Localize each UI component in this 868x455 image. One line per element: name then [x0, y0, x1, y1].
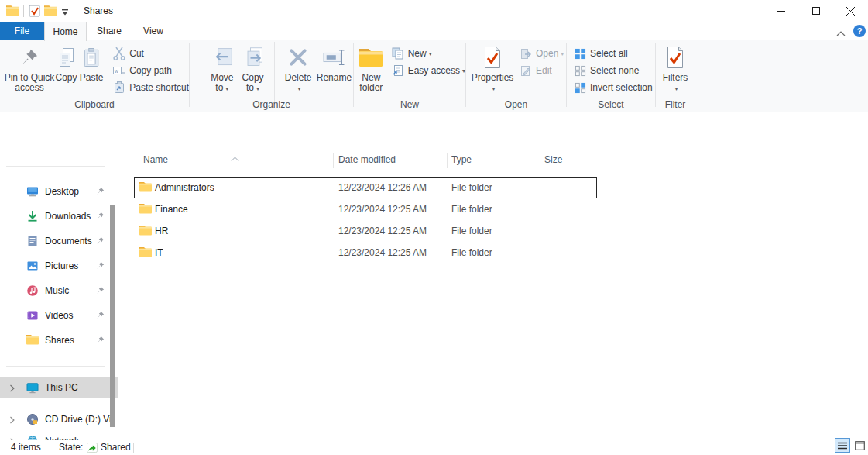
- sidebar-item-pictures[interactable]: Pictures: [0, 255, 116, 277]
- close-button[interactable]: [833, 0, 868, 22]
- ribbon-group-select: Select all Select none Invert selection …: [567, 40, 655, 112]
- details-view-icon: [838, 442, 847, 450]
- sidebar-item-music[interactable]: Music: [0, 280, 116, 302]
- pin-to-quick-access-button[interactable]: Pin to Quickaccess: [5, 40, 54, 96]
- divider: [6, 366, 105, 367]
- divider: [6, 166, 105, 167]
- sidebar-scrollbar[interactable]: [110, 205, 115, 427]
- new-folder-button[interactable]: Newfolder: [358, 40, 385, 93]
- maximize-icon: [812, 7, 820, 15]
- documents-icon: [26, 235, 39, 250]
- state-label: State:: [59, 440, 83, 455]
- select-none-button[interactable]: Select none: [573, 62, 655, 79]
- chevron-right-icon[interactable]: [9, 415, 15, 426]
- sidebar-item-documents[interactable]: Documents: [0, 230, 116, 252]
- folder-icon: [139, 181, 152, 195]
- close-icon: [846, 7, 855, 16]
- desktop-icon: [26, 185, 39, 200]
- file-row-hr[interactable]: HR 12/23/2024 12:25 AM File folder: [134, 220, 597, 242]
- minimize-icon: [777, 7, 785, 16]
- invert-selection-button[interactable]: Invert selection: [573, 79, 655, 96]
- file-row-finance[interactable]: Finance 12/23/2024 12:25 AM File folder: [134, 198, 597, 220]
- sidebar-item-cd-drive[interactable]: CD Drive (D:) Vir: [0, 408, 118, 430]
- cut-button[interactable]: Cut: [112, 45, 189, 62]
- chevron-right-icon[interactable]: [9, 384, 15, 395]
- copy-button[interactable]: Copy: [54, 40, 78, 96]
- pictures-icon: [26, 260, 39, 274]
- delete-icon: [288, 43, 308, 71]
- paste-shortcut-icon: [112, 81, 126, 94]
- help-button[interactable]: ?: [853, 25, 866, 37]
- sidebar-item-downloads[interactable]: Downloads: [0, 205, 116, 227]
- tab-file[interactable]: File: [0, 22, 44, 40]
- qat-new-folder-icon[interactable]: [44, 5, 57, 19]
- copy-to-button[interactable]: Copyto▾: [238, 40, 269, 102]
- delete-button[interactable]: Delete▾: [281, 40, 314, 102]
- navigation-bar: This PC Local Disk (C:) Shares: [0, 112, 868, 150]
- sidebar-item-this-pc[interactable]: This PC: [0, 377, 118, 398]
- easy-access-button[interactable]: Easy access▾: [391, 62, 465, 79]
- qat-customize-icon[interactable]: [61, 7, 69, 18]
- ribbon-tab-bar: File Home Share View ?: [0, 22, 868, 40]
- properties-icon: [482, 43, 503, 71]
- invert-selection-icon: [573, 82, 587, 94]
- select-none-icon: [573, 65, 587, 77]
- select-all-button[interactable]: Select all: [573, 45, 655, 62]
- rename-button[interactable]: Rename: [315, 40, 353, 102]
- column-header-name[interactable]: Name: [143, 150, 168, 170]
- divider: [274, 42, 275, 102]
- ribbon-group-clipboard: Pin to Quickaccess Copy Paste Cut: [0, 40, 189, 112]
- edit-icon: [519, 65, 533, 77]
- move-to-button[interactable]: Moveto▾: [207, 40, 238, 102]
- group-label-open: Open: [466, 99, 566, 110]
- file-row-it[interactable]: IT 12/23/2024 12:25 AM File folder: [134, 242, 597, 264]
- state-value: Shared: [101, 440, 131, 455]
- chevron-down-icon: ▾: [674, 85, 678, 92]
- tab-share[interactable]: Share: [87, 22, 132, 40]
- copy-to-icon: [242, 43, 264, 71]
- new-item-button[interactable]: New▾: [391, 45, 465, 62]
- minimize-button[interactable]: [763, 0, 798, 22]
- edit-button: Edit: [519, 62, 564, 79]
- copy-path-icon: w: [112, 66, 126, 75]
- divider[interactable]: [447, 153, 448, 168]
- chevron-down-icon: ▾: [429, 50, 432, 57]
- divider: [133, 443, 134, 453]
- sidebar-item-desktop[interactable]: Desktop: [0, 181, 116, 202]
- tab-view[interactable]: View: [132, 22, 175, 40]
- column-header-type[interactable]: Type: [451, 150, 472, 170]
- qat-properties-icon[interactable]: [29, 5, 40, 19]
- divider[interactable]: [602, 153, 602, 168]
- paste-icon: [82, 43, 101, 71]
- file-row-administrators[interactable]: Administrators 12/23/2024 12:26 AM File …: [134, 177, 597, 198]
- properties-button[interactable]: Properties▾: [471, 40, 514, 94]
- chevron-down-icon: ▾: [225, 85, 228, 92]
- paste-button[interactable]: Paste: [78, 40, 105, 96]
- divider[interactable]: [333, 153, 334, 168]
- large-icons-view-button[interactable]: [852, 438, 867, 453]
- divider[interactable]: [540, 153, 540, 168]
- filters-button[interactable]: Filters▾: [657, 40, 693, 94]
- divider: [23, 5, 24, 17]
- chevron-up-icon: [836, 31, 846, 36]
- large-icons-view-icon: [855, 441, 865, 450]
- group-label-clipboard: Clipboard: [0, 99, 189, 110]
- computer-icon: [26, 381, 39, 396]
- tab-home[interactable]: Home: [44, 22, 87, 41]
- videos-icon: [26, 309, 39, 324]
- paste-shortcut-button[interactable]: Paste shortcut: [112, 79, 189, 96]
- maximize-button[interactable]: [798, 0, 833, 22]
- window-title: Shares: [84, 5, 113, 16]
- details-view-button[interactable]: [835, 438, 850, 453]
- sidebar-item-shares[interactable]: Shares: [0, 329, 116, 351]
- folder-icon: [26, 334, 39, 347]
- column-header-size[interactable]: Size: [544, 150, 562, 170]
- ribbon-group-filter: Filters▾ Filter: [656, 40, 695, 112]
- downloads-icon: [26, 210, 39, 225]
- sidebar-item-videos[interactable]: Videos: [0, 305, 116, 326]
- ribbon-collapse-button[interactable]: [836, 28, 846, 39]
- ribbon-group-open: Properties▾ Open▾ Edit Open: [466, 40, 566, 112]
- column-header-date-modified[interactable]: Date modified: [338, 150, 396, 170]
- copy-path-button[interactable]: w Copy path: [112, 62, 189, 79]
- item-count: 4 items: [11, 440, 41, 455]
